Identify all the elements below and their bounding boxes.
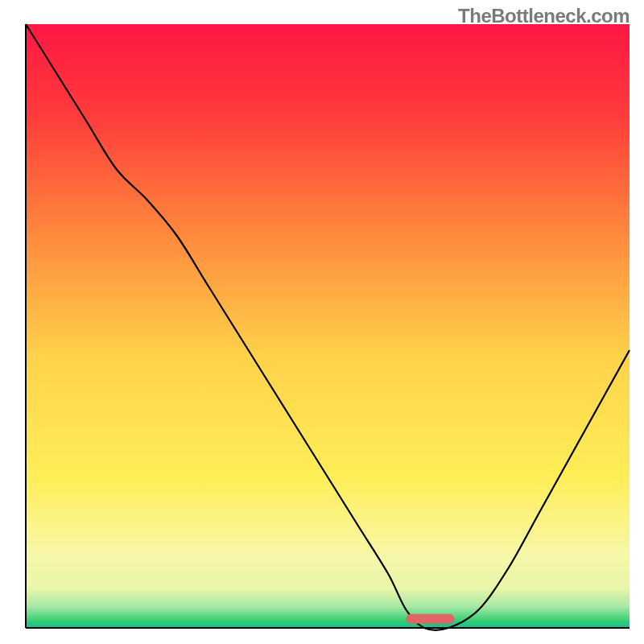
chart-canvas	[0, 0, 644, 644]
bottleneck-chart: TheBottleneck.com	[0, 0, 644, 644]
optimal-zone-marker	[407, 614, 455, 624]
gradient-background	[26, 24, 630, 628]
watermark-text: TheBottleneck.com	[458, 5, 630, 27]
